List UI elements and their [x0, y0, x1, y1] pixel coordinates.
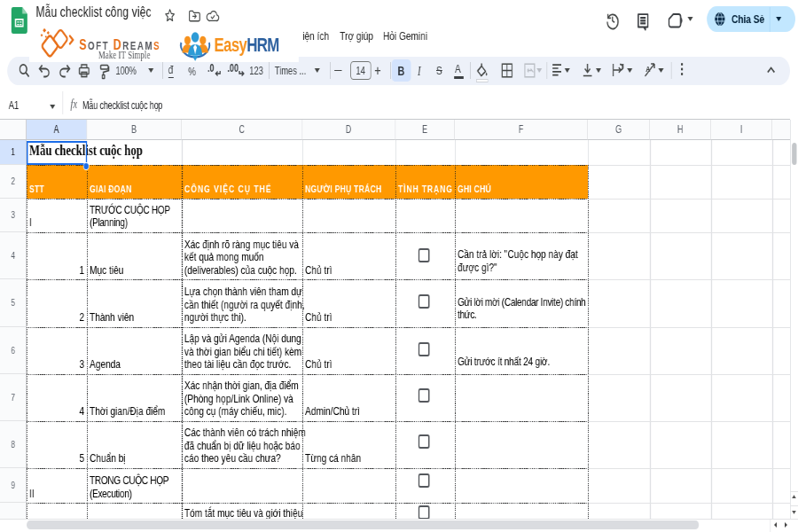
svg-text:A: A: [645, 64, 650, 74]
